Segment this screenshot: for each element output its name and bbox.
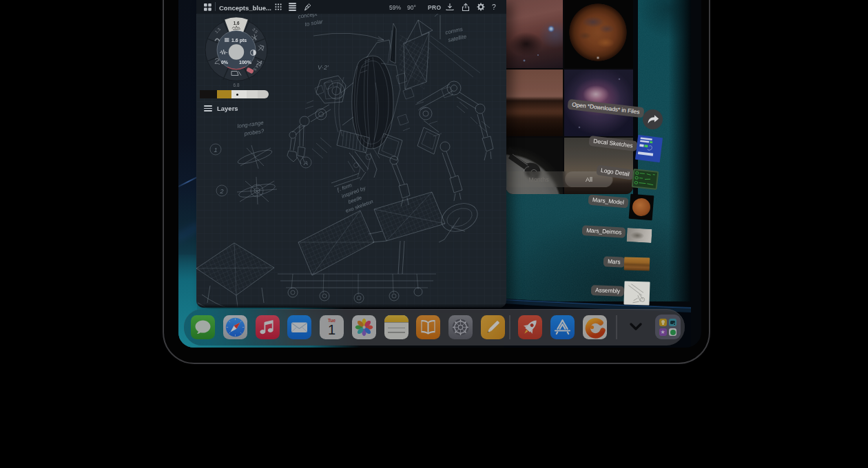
svg-text:satellite: satellite — [448, 33, 468, 43]
svg-text:probes?: probes? — [243, 128, 265, 137]
svg-text:1: 1 — [214, 147, 217, 153]
svg-text:1.6: 1.6 — [234, 21, 240, 25]
svg-text:0%: 0% — [221, 60, 229, 65]
svg-text:to solar: to solar — [304, 19, 324, 28]
svg-text:V·2′: V·2′ — [318, 64, 329, 71]
svg-text:6.8: 6.8 — [233, 83, 239, 87]
svg-text:100%: 100% — [239, 60, 252, 65]
svg-text:A: A — [303, 160, 308, 167]
svg-text:2: 2 — [219, 188, 223, 195]
svg-text:1.6 pts: 1.6 pts — [231, 38, 247, 43]
